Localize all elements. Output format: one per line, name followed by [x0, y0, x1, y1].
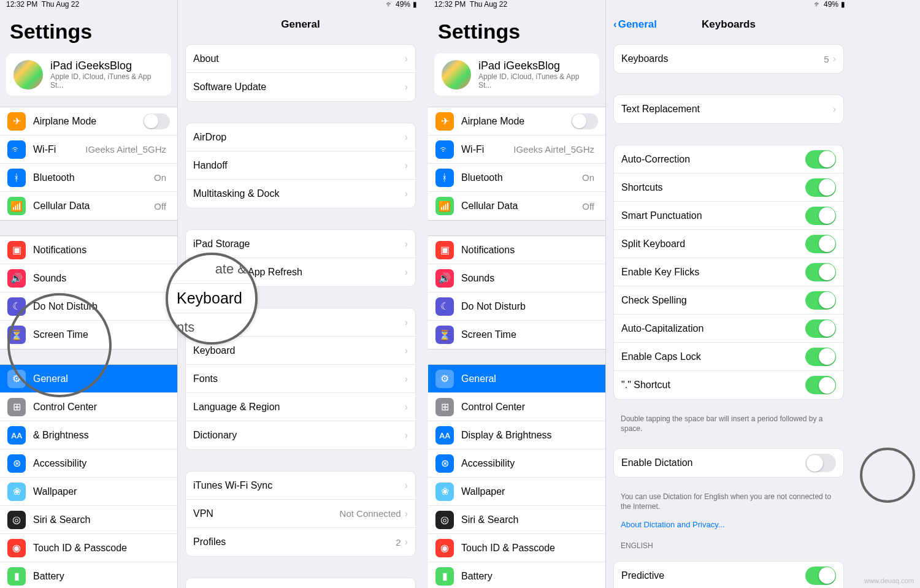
- sidebar-item-sounds[interactable]: 🔊Sounds: [0, 264, 177, 292]
- sidebar-item-wallpaper[interactable]: ❀Wallpaper: [0, 478, 177, 506]
- row-airdrop[interactable]: AirDrop›: [186, 123, 415, 151]
- row-multitasking[interactable]: Multitasking & Dock›: [186, 180, 415, 208]
- battery-icon: ▮: [435, 567, 454, 586]
- toggle-smart-punctuation[interactable]: [805, 207, 836, 225]
- moon-icon: ☾: [7, 297, 26, 316]
- chevron-right-icon: ›: [405, 402, 408, 413]
- row-about[interactable]: About›: [186, 45, 415, 73]
- account-sub: Apple ID, iCloud, iTunes & App St...: [50, 72, 164, 90]
- toggle-autocorrect[interactable]: [805, 150, 836, 169]
- wifi-status-icon: ᯤ: [386, 0, 393, 9]
- dot-shortcut-footer: Double tapping the space bar will insert…: [606, 412, 851, 440]
- settings-title: Settings: [428, 9, 605, 50]
- sidebar-item-notifications[interactable]: ▣Notifications: [0, 236, 177, 264]
- sidebar-item-dnd[interactable]: ☾Do Not Disturb: [428, 292, 605, 321]
- status-time: 12:32 PM: [6, 0, 37, 9]
- status-bar: 12:32 PM Thu Aug 22: [428, 0, 605, 9]
- sliders-icon: ⊞: [435, 398, 454, 416]
- sidebar-item-airplane[interactable]: ✈Airplane Mode: [0, 107, 177, 136]
- toggle-dot-shortcut[interactable]: [805, 376, 836, 394]
- row-key-flicks[interactable]: Enable Key Flicks: [614, 258, 843, 286]
- row-vpn[interactable]: VPNNot Connected›: [186, 500, 415, 528]
- chevron-left-icon: ‹: [613, 18, 617, 31]
- accessibility-icon: ⊛: [7, 454, 26, 473]
- row-legal[interactable]: Legal & Regulatory›: [186, 578, 415, 588]
- sidebar-item-touchid[interactable]: ◉Touch ID & Passcode: [0, 534, 177, 562]
- wifi-icon: ᯤ: [435, 140, 454, 159]
- english-section-header: ENGLISH: [606, 536, 851, 552]
- apple-id-row[interactable]: iPad iGeeksBlog Apple ID, iCloud, iTunes…: [434, 53, 599, 96]
- sidebar-item-touchid[interactable]: ◉Touch ID & Passcode: [428, 534, 605, 562]
- toggle-check-spelling[interactable]: [805, 291, 836, 310]
- row-check-spelling[interactable]: Check Spelling: [614, 286, 843, 315]
- chevron-right-icon: ›: [405, 239, 408, 250]
- sidebar-item-accessibility[interactable]: ⊛Accessibility: [0, 449, 177, 478]
- airplane-toggle[interactable]: [571, 113, 598, 129]
- sidebar-item-wifi[interactable]: ᯤWi-FiIGeeks Airtel_5GHz: [0, 136, 177, 164]
- sidebar-item-battery[interactable]: ▮Battery: [0, 562, 177, 588]
- row-dot-shortcut[interactable]: "." Shortcut: [614, 371, 843, 399]
- row-language-region[interactable]: Language & Region›: [186, 393, 415, 421]
- wallpaper-icon: ❀: [435, 483, 454, 501]
- sidebar-item-cellular[interactable]: 📶Cellular DataOff: [428, 192, 605, 220]
- battery-icon: ▮: [7, 567, 26, 586]
- sidebar-item-airplane[interactable]: ✈Airplane Mode: [428, 107, 605, 136]
- row-autocorrect[interactable]: Auto-Correction: [614, 145, 843, 174]
- row-keyboards[interactable]: Keyboards5›: [614, 45, 843, 73]
- sidebar-item-dnd[interactable]: ☾Do Not Disturb: [0, 292, 177, 321]
- row-smart-punctuation[interactable]: Smart Punctuation: [614, 202, 843, 230]
- gear-icon: ⚙: [435, 370, 454, 388]
- row-handoff[interactable]: Handoff›: [186, 151, 415, 180]
- sidebar-item-notifications[interactable]: ▣Notifications: [428, 236, 605, 264]
- sidebar-item-general[interactable]: ⚙General: [428, 365, 605, 393]
- sidebar-item-siri[interactable]: ◎Siri & Search: [428, 506, 605, 534]
- sidebar-item-bluetooth[interactable]: ᚼBluetoothOn: [0, 164, 177, 192]
- row-autocapitalization[interactable]: Auto-Capitalization: [614, 315, 843, 343]
- sidebar-item-screentime[interactable]: ⏳Screen Time: [428, 321, 605, 349]
- sidebar-item-controlcenter[interactable]: ⊞Control Center: [428, 393, 605, 421]
- fingerprint-icon: ◉: [7, 539, 26, 557]
- toggle-key-flicks[interactable]: [805, 263, 836, 281]
- sidebar-item-controlcenter[interactable]: ⊞Control Center: [0, 393, 177, 421]
- screenshot-1-general: 12:32 PM Thu Aug 22 Settings iPad iGeeks…: [0, 0, 423, 588]
- sidebar-item-battery[interactable]: ▮Battery: [428, 562, 605, 588]
- row-enable-dictation[interactable]: Enable Dictation: [614, 449, 843, 477]
- back-button-general[interactable]: ‹General: [613, 18, 657, 31]
- chevron-right-icon: ›: [405, 508, 408, 519]
- sidebar-item-sounds[interactable]: 🔊Sounds: [428, 264, 605, 292]
- row-caps-lock[interactable]: Enable Caps Lock: [614, 343, 843, 371]
- toggle-predictive[interactable]: [805, 567, 836, 585]
- toggle-caps-lock[interactable]: [805, 348, 836, 366]
- sidebar-item-cellular[interactable]: 📶Cellular DataOff: [0, 192, 177, 220]
- sounds-icon: 🔊: [7, 269, 26, 288]
- row-text-replacement[interactable]: Text Replacement›: [614, 95, 843, 123]
- sidebar-item-siri[interactable]: ◎Siri & Search: [0, 506, 177, 534]
- row-shortcuts[interactable]: Shortcuts: [614, 174, 843, 202]
- toggle-dictation[interactable]: [805, 454, 836, 472]
- row-predictive[interactable]: Predictive: [614, 562, 843, 588]
- sidebar-item-bluetooth[interactable]: ᚼBluetoothOn: [428, 164, 605, 192]
- sidebar-item-wifi[interactable]: ᯤWi-FiIGeeks Airtel_5GHz: [428, 136, 605, 164]
- dictation-privacy-link[interactable]: About Dictation and Privacy...: [606, 517, 851, 536]
- row-profiles[interactable]: Profiles2›: [186, 528, 415, 556]
- wifi-status-icon: ᯤ: [814, 0, 821, 9]
- row-split-keyboard[interactable]: Split Keyboard: [614, 230, 843, 258]
- sidebar-item-display[interactable]: ᴀᴀ& Brightness: [0, 421, 177, 449]
- apple-id-row[interactable]: iPad iGeeksBlog Apple ID, iCloud, iTunes…: [6, 53, 171, 96]
- chevron-right-icon: ›: [405, 430, 408, 441]
- toggle-autocapitalization[interactable]: [805, 319, 836, 338]
- sidebar-item-general[interactable]: ⚙General: [0, 365, 177, 393]
- sidebar-item-wallpaper[interactable]: ❀Wallpaper: [428, 478, 605, 506]
- airplane-toggle[interactable]: [143, 113, 170, 129]
- toggle-split-keyboard[interactable]: [805, 235, 836, 253]
- sidebar-item-display[interactable]: ᴀᴀDisplay & Brightness: [428, 421, 605, 449]
- row-fonts[interactable]: Fonts›: [186, 365, 415, 393]
- toggle-shortcuts[interactable]: [805, 178, 836, 197]
- battery-percent: 49%: [396, 0, 410, 9]
- row-software-update[interactable]: Software Update›: [186, 73, 415, 101]
- sidebar-item-accessibility[interactable]: ⊛Accessibility: [428, 449, 605, 478]
- display-icon: ᴀᴀ: [7, 426, 26, 445]
- sidebar-item-screentime[interactable]: ⏳Screen Time: [0, 321, 177, 349]
- row-dictionary[interactable]: Dictionary›: [186, 421, 415, 449]
- row-itunes-sync[interactable]: iTunes Wi-Fi Sync›: [186, 472, 415, 500]
